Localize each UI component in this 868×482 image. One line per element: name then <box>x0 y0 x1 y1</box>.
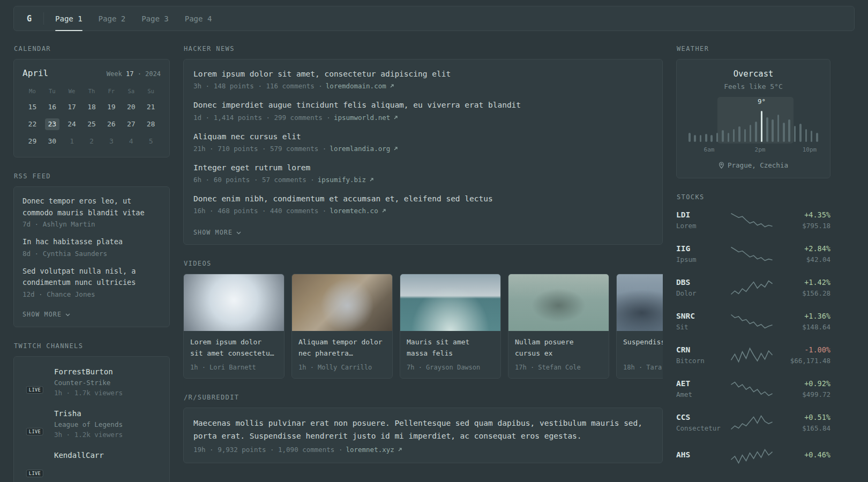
hn-show-more-button[interactable]: SHOW MORE <box>193 229 241 236</box>
weather-bar <box>799 124 802 142</box>
weather-hourly-chart: 9° <box>686 99 820 142</box>
calendar-day: 25 <box>84 118 99 130</box>
hn-item: Integer eget rutrum lorem 6h · 60 points… <box>193 162 653 184</box>
subreddit-section-title: /R/SUBREDDIT <box>184 394 663 401</box>
external-link-icon <box>390 84 394 88</box>
weather-bar <box>716 133 719 142</box>
stock-name: Bitcorn <box>676 357 730 365</box>
tab-page-2[interactable]: Page 2 <box>91 6 134 31</box>
stock-price: $499.72 <box>802 390 830 398</box>
stock-row[interactable]: LDILorem +4.35%$795.18 <box>676 207 830 232</box>
stock-row[interactable]: CCSConsectetur +0.51%$165.84 <box>676 410 830 435</box>
videos-widget: VIDEOS Lorem ipsum dolor sit amet consec… <box>183 260 663 379</box>
page-tabs: Page 1 Page 2 Page 3 Page 4 <box>47 6 220 31</box>
weather-bar <box>761 111 763 142</box>
rss-item-title[interactable]: Donec tempor eros leo, ut commodo mauris… <box>23 195 161 219</box>
channel-name[interactable]: KendallCarr <box>54 450 104 460</box>
stock-sparkline <box>730 415 774 431</box>
stock-row[interactable]: AHS +0.46% <box>676 443 830 469</box>
stocks-section-title: STOCKS <box>677 193 830 201</box>
hn-item-meta: 6h · 60 points · 57 comments ·ipsumify.b… <box>193 176 653 184</box>
calendar-day: 17 <box>65 101 79 113</box>
hn-item-domain[interactable]: ipsumify.biz <box>318 176 366 184</box>
hn-item-domain[interactable]: loremlandia.org <box>330 145 390 153</box>
logo[interactable]: G <box>18 6 43 31</box>
stock-price: $165.84 <box>802 424 830 432</box>
stock-sparkline <box>730 347 774 363</box>
channel-name[interactable]: Trisha <box>54 409 123 418</box>
stock-name: Ipsum <box>676 255 730 263</box>
stock-name: Amet <box>676 390 730 398</box>
rss-item-title[interactable]: In hac habitasse platea <box>23 236 161 248</box>
calendar-day: 28 <box>144 118 158 130</box>
avatar: LIVE <box>23 366 47 391</box>
subreddit-card: Maecenas mollis pulvinar erat non posuer… <box>183 408 663 463</box>
hn-item-meta: 1d · 1,414 points · 299 comments ·ipsumw… <box>193 114 653 122</box>
tab-page-1[interactable]: Page 1 <box>47 6 91 31</box>
stock-change: +4.35% <box>802 210 830 219</box>
calendar-weekday: Fr <box>108 88 115 94</box>
stock-sparkline <box>730 313 774 329</box>
hn-item: Donec imperdiet augue tincidunt felis al… <box>193 100 653 121</box>
hn-item-meta: 3h · 148 points · 116 comments ·loremdom… <box>193 82 653 90</box>
stock-row[interactable]: DBSDolor +1.42%$156.28 <box>676 275 830 300</box>
twitch-channel[interactable]: LIVE ForrestBurton Counter-Strike 1h · 1… <box>23 366 161 397</box>
hn-item-title[interactable]: Donec enim nibh, condimentum et accumsan… <box>193 193 653 204</box>
rss-show-more-button[interactable]: SHOW MORE <box>23 311 70 318</box>
stock-row[interactable]: SNRCSit +1.36%$148.64 <box>676 308 830 334</box>
hn-item: Lorem ipsum dolor sit amet, consectetur … <box>193 69 653 90</box>
calendar-section-title: CALENDAR <box>14 45 170 52</box>
subreddit-post-title[interactable]: Maecenas mollis pulvinar erat non posuer… <box>193 417 653 443</box>
hn-item-domain[interactable]: loremtech.co <box>330 207 378 215</box>
calendar-day: 29 <box>25 135 40 147</box>
hn-item-title[interactable]: Donec imperdiet augue tincidunt felis al… <box>193 100 653 110</box>
calendar-card: April Week 17 · 2024 MoTuWeThFrSaSu 1516… <box>13 59 170 157</box>
calendar-week-info: Week 17 · 2024 <box>107 70 161 78</box>
tab-page-3[interactable]: Page 3 <box>133 6 177 31</box>
weather-time-labels: 6am2pm10pm <box>686 146 820 154</box>
video-card[interactable]: Nullam posuere cursus ex 17h · Stefan Co… <box>508 274 609 379</box>
stock-price: $795.18 <box>802 222 830 230</box>
hn-card: Lorem ipsum dolor sit amet, consectetur … <box>183 59 663 245</box>
rss-item: In hac habitasse platea 8d · Cynthia Sau… <box>23 236 161 258</box>
video-title: Suspendisse diam <box>617 337 663 359</box>
video-card[interactable]: Lorem ipsum dolor sit amet consectetu… 1… <box>183 274 285 379</box>
rss-item-title[interactable]: Sed volutpat nulla nisl, a condimentum n… <box>23 266 161 289</box>
stock-row[interactable]: CRNBitcorn -1.00%$66,171.48 <box>676 342 830 367</box>
hn-item-title[interactable]: Lorem ipsum dolor sit amet, consectetur … <box>193 69 653 79</box>
weather-bar <box>710 135 713 142</box>
weather-location-text: Prague, Czechia <box>728 161 788 169</box>
channel-name[interactable]: ForrestBurton <box>54 367 123 376</box>
stock-ticker: AHS <box>676 450 730 459</box>
hn-item-domain[interactable]: ipsumworld.net <box>334 114 390 122</box>
left-column: CALENDAR April Week 17 · 2024 MoTuWeThFr… <box>13 45 170 482</box>
twitch-channel[interactable]: LIVE KendallCarr <box>23 450 161 475</box>
subreddit-post-domain[interactable]: loremnet.xyz <box>346 446 394 454</box>
weather-bar <box>755 122 757 142</box>
calendar-day: 4 <box>124 135 138 147</box>
chevron-down-icon <box>236 229 241 236</box>
hn-item-domain[interactable]: loremdomain.com <box>326 82 386 90</box>
video-card[interactable]: Suspendisse diam 18h · Tara <box>616 274 663 379</box>
calendar-weekday: Th <box>88 88 95 94</box>
weather-card: Overcast Feels like 5°C 9° 6am2pm10pm Pr… <box>676 59 830 178</box>
twitch-channel[interactable]: LIVE Trisha League of Legends 3h · 1.2k … <box>23 408 161 439</box>
calendar-day: 21 <box>144 101 158 113</box>
video-thumbnail <box>184 274 284 331</box>
hn-item-title[interactable]: Aliquam nec cursus elit <box>193 131 653 142</box>
stock-change: +2.84% <box>804 244 830 253</box>
stock-row[interactable]: AETAmet +0.92%$499.72 <box>676 376 830 401</box>
rss-item: Sed volutpat nulla nisl, a condimentum n… <box>23 266 161 298</box>
weather-bar <box>805 129 807 142</box>
video-meta: 7h · Grayson Dawson <box>400 364 500 371</box>
hn-section-title: HACKER NEWS <box>184 45 663 52</box>
video-card[interactable]: Aliquam tempor dolor nec pharetra… 1h · … <box>291 274 393 379</box>
stock-ticker: DBS <box>676 278 730 287</box>
hn-item-title[interactable]: Integer eget rutrum lorem <box>193 162 653 173</box>
stock-name: Dolor <box>676 289 730 297</box>
video-title: Aliquam tempor dolor nec pharetra… <box>292 337 392 359</box>
stock-row[interactable]: IIGIpsum +2.84%$42.04 <box>676 241 830 266</box>
video-card[interactable]: Mauris sit amet massa felis 7h · Grayson… <box>400 274 501 379</box>
weather-bar <box>744 129 746 142</box>
tab-page-4[interactable]: Page 4 <box>177 6 220 31</box>
